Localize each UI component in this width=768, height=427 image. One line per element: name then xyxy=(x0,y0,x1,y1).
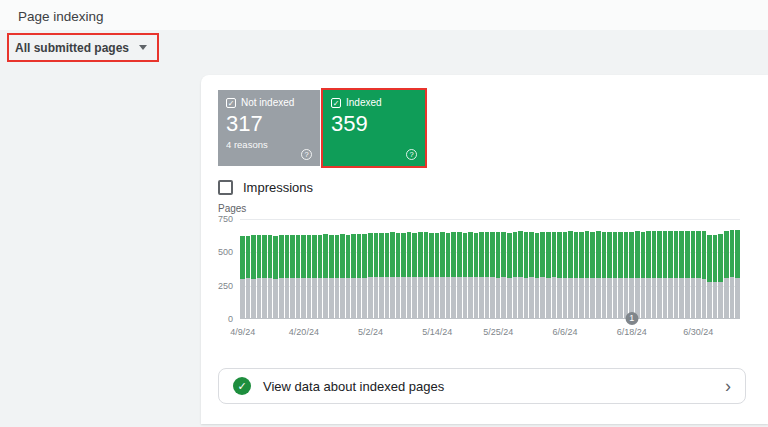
stacked-bar[interactable] xyxy=(412,233,417,318)
stacked-bar[interactable] xyxy=(301,235,306,318)
stacked-bar[interactable] xyxy=(285,235,290,318)
stacked-bar[interactable] xyxy=(246,236,251,318)
indexed-stat-card[interactable]: ✓ Indexed 359 ? xyxy=(323,90,425,166)
stacked-bar[interactable] xyxy=(368,233,373,318)
stacked-bar[interactable] xyxy=(568,231,573,318)
stacked-bar[interactable] xyxy=(635,231,640,318)
stacked-bar[interactable] xyxy=(579,232,584,318)
stacked-bar[interactable] xyxy=(652,231,657,318)
stacked-bar[interactable] xyxy=(396,233,401,318)
stacked-bar[interactable] xyxy=(724,231,729,318)
stacked-bar[interactable] xyxy=(329,235,334,318)
stacked-bar[interactable] xyxy=(707,235,712,318)
stacked-bar[interactable] xyxy=(296,235,301,318)
annotation-marker[interactable]: 1 xyxy=(625,312,638,325)
stacked-bar[interactable] xyxy=(318,235,323,318)
stacked-bar[interactable] xyxy=(529,232,534,318)
stacked-bar[interactable] xyxy=(335,235,340,318)
stacked-bar[interactable] xyxy=(668,231,673,318)
stacked-bar[interactable] xyxy=(479,232,484,318)
stacked-bar[interactable] xyxy=(696,231,701,318)
stacked-bar[interactable] xyxy=(424,232,429,318)
stacked-bar[interactable] xyxy=(490,232,495,318)
not-indexed-stat-card[interactable]: ✓ Not indexed 317 4 reasons ? xyxy=(218,90,320,166)
stacked-bar[interactable] xyxy=(307,235,312,318)
stacked-bar[interactable] xyxy=(312,235,317,318)
stacked-bar[interactable] xyxy=(407,232,412,318)
stacked-bar[interactable] xyxy=(646,231,651,318)
stacked-bar[interactable] xyxy=(507,233,512,318)
stacked-bar[interactable] xyxy=(607,232,612,318)
stacked-bar[interactable] xyxy=(362,234,367,318)
stacked-bar[interactable] xyxy=(351,234,356,318)
stacked-bar[interactable] xyxy=(496,232,501,318)
stacked-bar[interactable] xyxy=(474,233,479,318)
stacked-bar[interactable] xyxy=(540,232,545,318)
stacked-bar[interactable] xyxy=(563,232,568,318)
stacked-bar[interactable] xyxy=(735,230,740,318)
stacked-bar[interactable] xyxy=(641,232,646,318)
stacked-bar[interactable] xyxy=(257,235,262,318)
stacked-bar[interactable] xyxy=(485,232,490,318)
stacked-bar[interactable] xyxy=(618,232,623,318)
stacked-bar[interactable] xyxy=(546,232,551,318)
stacked-bar[interactable] xyxy=(674,231,679,318)
chevron-right-icon[interactable]: › xyxy=(725,377,731,395)
stacked-bar[interactable] xyxy=(590,232,595,318)
stacked-bar[interactable] xyxy=(574,232,579,318)
checkbox-unchecked-icon[interactable] xyxy=(218,180,233,195)
stacked-bar[interactable] xyxy=(463,233,468,318)
stacked-bar[interactable] xyxy=(585,231,590,318)
stacked-bar[interactable] xyxy=(691,231,696,318)
stacked-bar[interactable] xyxy=(685,231,690,318)
chart-plot[interactable]: 1 xyxy=(240,219,740,319)
stacked-bar[interactable] xyxy=(273,236,278,318)
stacked-bar[interactable] xyxy=(279,235,284,318)
stacked-bar[interactable] xyxy=(518,231,523,318)
stacked-bar[interactable] xyxy=(374,233,379,318)
stacked-bar[interactable] xyxy=(602,232,607,318)
stacked-bar[interactable] xyxy=(457,232,462,318)
stacked-bar[interactable] xyxy=(718,234,723,318)
stacked-bar[interactable] xyxy=(390,232,395,318)
stacked-bar[interactable] xyxy=(535,233,540,318)
stacked-bar[interactable] xyxy=(401,233,406,318)
stacked-bar[interactable] xyxy=(468,232,473,318)
stacked-bar[interactable] xyxy=(251,235,256,318)
stacked-bar[interactable] xyxy=(730,230,735,318)
stacked-bar[interactable] xyxy=(702,231,707,318)
stacked-bar[interactable] xyxy=(713,235,718,318)
stacked-bar[interactable] xyxy=(435,233,440,318)
stacked-bar[interactable] xyxy=(340,234,345,318)
stacked-bar[interactable] xyxy=(451,232,456,318)
stacked-bar[interactable] xyxy=(613,232,618,318)
stacked-bar[interactable] xyxy=(624,232,629,318)
stacked-bar[interactable] xyxy=(552,232,557,318)
stacked-bar[interactable] xyxy=(557,232,562,318)
stacked-bar[interactable] xyxy=(240,236,245,318)
stacked-bar[interactable] xyxy=(429,233,434,318)
stacked-bar[interactable] xyxy=(663,231,668,318)
stacked-bar[interactable] xyxy=(346,235,351,318)
stacked-bar[interactable] xyxy=(418,232,423,318)
checkbox-checked-icon[interactable]: ✓ xyxy=(331,98,341,108)
stacked-bar[interactable] xyxy=(629,232,634,318)
stacked-bar[interactable] xyxy=(268,235,273,318)
stacked-bar[interactable] xyxy=(357,234,362,318)
help-icon[interactable]: ? xyxy=(406,149,417,160)
stacked-bar[interactable] xyxy=(440,232,445,318)
stacked-bar[interactable] xyxy=(513,232,518,318)
view-indexed-pages-link[interactable]: ✓ View data about indexed pages › xyxy=(218,368,746,404)
stacked-bar[interactable] xyxy=(657,231,662,318)
stacked-bar[interactable] xyxy=(446,233,451,318)
stacked-bar[interactable] xyxy=(290,235,295,318)
stacked-bar[interactable] xyxy=(679,231,684,318)
help-icon[interactable]: ? xyxy=(301,149,312,160)
stacked-bar[interactable] xyxy=(524,232,529,318)
stacked-bar[interactable] xyxy=(323,234,328,318)
checkbox-checked-icon[interactable]: ✓ xyxy=(226,98,236,108)
stacked-bar[interactable] xyxy=(596,231,601,318)
stacked-bar[interactable] xyxy=(501,232,506,318)
pages-filter-dropdown[interactable]: All submitted pages xyxy=(7,33,159,62)
stacked-bar[interactable] xyxy=(385,233,390,318)
